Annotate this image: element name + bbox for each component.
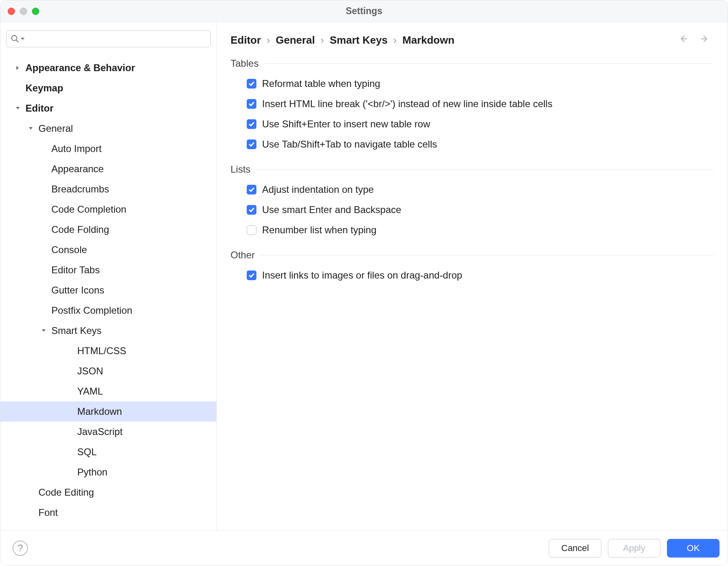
sidebar-item-label: General (38, 123, 73, 134)
checkbox[interactable] (247, 139, 256, 149)
checkbox[interactable] (247, 119, 256, 129)
sidebar-item-label: Gutter Icons (51, 285, 104, 296)
section-divider (257, 169, 714, 170)
option-label: Renumber list when typing (262, 224, 377, 236)
sidebar-item-label: Keymap (25, 82, 63, 94)
sidebar-item-javascript[interactable]: JavaScript (0, 422, 216, 442)
section-tables: TablesReformat table when typingInsert H… (231, 58, 714, 150)
breadcrumb-item[interactable]: Editor (231, 34, 261, 46)
sidebar-item-label: JSON (77, 365, 103, 377)
window-title: Settings (0, 6, 728, 17)
option-row[interactable]: Insert HTML line break ('<br/>') instead… (231, 98, 714, 110)
sidebar-item-smart-keys[interactable]: Smart Keys (0, 321, 216, 341)
section-divider (265, 63, 714, 64)
search-history-caret-icon (20, 36, 25, 41)
sidebar-item-label: Markdown (77, 406, 122, 417)
checkbox[interactable] (247, 185, 256, 194)
sidebar-item-font[interactable]: Font (0, 503, 216, 523)
section-title: Tables (231, 58, 258, 69)
sidebar-item-sql[interactable]: SQL (0, 442, 216, 462)
checkbox[interactable] (247, 270, 256, 280)
sidebar-item-markdown[interactable]: Markdown (0, 401, 216, 422)
checkbox[interactable] (247, 99, 256, 109)
ok-button[interactable]: OK (667, 539, 720, 558)
option-row[interactable]: Use smart Enter and Backspace (231, 204, 714, 215)
section-title: Lists (231, 164, 250, 175)
cancel-button[interactable]: Cancel (549, 539, 601, 558)
disclosure-right-icon[interactable] (14, 64, 21, 72)
section-lists: ListsAdjust indentation on typeUse smart… (231, 164, 714, 236)
breadcrumb-item[interactable]: Smart Keys (330, 34, 387, 46)
settings-tree[interactable]: Appearance & BehaviorKeymapEditorGeneral… (0, 51, 216, 530)
sidebar-item-code-editing[interactable]: Code Editing (0, 482, 216, 503)
settings-window: Settings Appearance & BehaviorKeymapEdit… (0, 0, 728, 566)
sidebar-item-yaml[interactable]: YAML (0, 381, 216, 401)
option-row[interactable]: Insert links to images or files on drag-… (231, 270, 714, 281)
sidebar-item-label: Font (38, 507, 58, 518)
option-row[interactable]: Use Tab/Shift+Tab to navigate table cell… (231, 139, 714, 150)
checkbox[interactable] (247, 225, 256, 235)
option-row[interactable]: Adjust indentation on type (231, 184, 714, 195)
option-row[interactable]: Use Shift+Enter to insert new table row (231, 118, 714, 130)
sidebar-item-label: SQL (77, 446, 97, 458)
sidebar-item-label: Console (51, 244, 87, 256)
sidebar-item-python[interactable]: Python (0, 462, 216, 482)
breadcrumb: Editor›General›Smart Keys›Markdown (231, 34, 455, 46)
sidebar-item-label: Breadcrumbs (51, 184, 109, 195)
disclosure-down-icon[interactable] (14, 105, 21, 112)
option-label: Reformat table when typing (262, 78, 380, 89)
arrow-left-icon (678, 34, 689, 44)
breadcrumb-item[interactable]: Markdown (402, 34, 455, 46)
sidebar-item-label: JavaScript (77, 426, 123, 437)
sidebar-item-postfix-completion[interactable]: Postfix Completion (0, 300, 216, 321)
help-button[interactable]: ? (13, 541, 28, 556)
sidebar-item-json[interactable]: JSON (0, 361, 216, 381)
sidebar-item-label: Appearance (51, 163, 104, 175)
breadcrumb-separator: › (321, 34, 324, 46)
option-label: Use Tab/Shift+Tab to navigate table cell… (262, 139, 437, 150)
sidebar-item-label: Code Editing (38, 487, 94, 498)
history-forward-button[interactable] (699, 34, 710, 46)
arrow-right-icon (699, 34, 710, 44)
sidebar-item-general[interactable]: General (0, 118, 216, 139)
sidebar-item-console[interactable]: Console (0, 240, 216, 260)
section-other: OtherInsert links to images or files on … (231, 249, 714, 281)
option-label: Use Shift+Enter to insert new table row (262, 118, 430, 130)
sidebar-item-label: HTML/CSS (77, 345, 126, 357)
search-input[interactable] (26, 34, 206, 44)
checkbox[interactable] (247, 205, 256, 215)
sidebar-item-appearance-behavior[interactable]: Appearance & Behavior (0, 58, 216, 78)
option-label: Insert links to images or files on drag-… (262, 270, 462, 281)
disclosure-down-icon[interactable] (40, 327, 47, 334)
sidebar-item-label: Python (77, 467, 108, 478)
sidebar-item-html-css[interactable]: HTML/CSS (0, 341, 216, 361)
history-back-button[interactable] (678, 34, 689, 46)
breadcrumb-item[interactable]: General (276, 34, 315, 46)
sidebar-item-editor-tabs[interactable]: Editor Tabs (0, 260, 216, 280)
sidebar-item-code-folding[interactable]: Code Folding (0, 220, 216, 240)
sidebar-item-editor[interactable]: Editor (0, 98, 216, 118)
sidebar-item-gutter-icons[interactable]: Gutter Icons (0, 280, 216, 300)
settings-content: Editor›General›Smart Keys›Markdown Table… (217, 22, 728, 530)
sidebar-item-label: Auto Import (51, 143, 102, 154)
settings-sections: TablesReformat table when typingInsert H… (231, 58, 714, 295)
sidebar-item-appearance[interactable]: Appearance (0, 159, 216, 179)
sidebar-item-label: Editor Tabs (51, 264, 100, 276)
sidebar-item-auto-import[interactable]: Auto Import (0, 139, 216, 159)
settings-search[interactable] (6, 30, 211, 47)
option-row[interactable]: Renumber list when typing (231, 224, 714, 236)
svg-line-1 (16, 40, 18, 42)
disclosure-down-icon[interactable] (27, 125, 34, 132)
search-icon (11, 34, 19, 43)
sidebar-item-label: Editor (25, 103, 53, 114)
checkbox[interactable] (247, 79, 256, 89)
sidebar-item-breadcrumbs[interactable]: Breadcrumbs (0, 179, 216, 199)
sidebar-item-label: Code Folding (51, 224, 109, 235)
sidebar-item-code-completion[interactable]: Code Completion (0, 199, 216, 220)
sidebar-item-label: Appearance & Behavior (25, 62, 135, 74)
apply-button[interactable]: Apply (608, 539, 660, 558)
sidebar-item-keymap[interactable]: Keymap (0, 78, 216, 98)
option-row[interactable]: Reformat table when typing (231, 78, 714, 89)
breadcrumb-separator: › (393, 34, 397, 46)
sidebar-item-label: Postfix Completion (51, 305, 132, 316)
